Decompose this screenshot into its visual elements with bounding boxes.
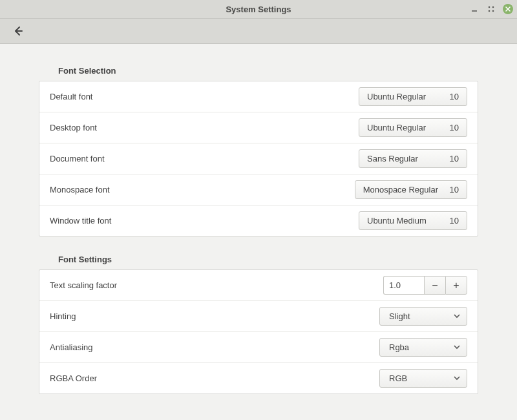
text-scaling-input[interactable] [383,276,424,295]
desktop-font-label: Desktop font [50,123,97,132]
svg-point-3 [489,10,491,12]
text-scaling-decrease[interactable]: − [424,276,445,295]
minus-icon: − [432,280,438,291]
svg-point-1 [489,6,491,8]
chevron-down-icon [454,373,460,383]
desktop-font-name: Ubuntu Regular [367,123,426,132]
window-title: System Settings [226,5,291,14]
monospace-font-button[interactable]: Monospace Regular 10 [355,180,467,199]
rgba-order-label: RGBA Order [50,373,97,383]
back-button[interactable] [9,22,27,40]
chevron-down-icon [454,342,460,352]
windowtitle-font-label: Window title font [50,216,111,226]
monospace-font-row: Monospace font Monospace Regular 10 [39,174,478,205]
text-scaling-stepper: − + [383,276,467,295]
antialiasing-label: Antialiasing [50,342,93,352]
monospace-font-name: Monospace Regular [363,185,438,194]
font-settings-title: Font Settings [58,255,459,264]
hinting-dropdown[interactable]: Slight [379,307,467,326]
default-font-name: Ubuntu Regular [367,92,426,101]
document-font-name: Sans Regular [367,154,418,163]
svg-point-4 [492,10,494,12]
document-font-label: Document font [50,154,105,163]
desktop-font-row: Desktop font Ubuntu Regular 10 [39,112,478,143]
svg-point-2 [492,6,494,8]
rgba-order-dropdown[interactable]: RGB [379,369,467,388]
default-font-size: 10 [447,92,459,101]
text-scaling-increase[interactable]: + [445,276,467,295]
antialiasing-value: Rgba [389,342,409,352]
header-toolbar [0,19,517,44]
close-button[interactable] [503,4,513,14]
maximize-button[interactable] [486,4,496,14]
antialiasing-row: Antialiasing Rgba [39,332,478,363]
text-scaling-label: Text scaling factor [50,280,117,290]
windowtitle-font-row: Window title font Ubuntu Medium 10 [39,205,478,236]
windowtitle-font-button[interactable]: Ubuntu Medium 10 [359,211,467,230]
desktop-font-button[interactable]: Ubuntu Regular 10 [359,118,467,137]
windowtitle-font-size: 10 [447,216,459,226]
window-controls [469,0,513,18]
font-selection-panel: Default font Ubuntu Regular 10 Desktop f… [39,81,478,236]
rgba-order-row: RGBA Order RGB [39,363,478,394]
plus-icon: + [453,280,459,291]
titlebar: System Settings [0,0,517,19]
document-font-size: 10 [447,154,459,163]
default-font-row: Default font Ubuntu Regular 10 [39,81,478,112]
desktop-font-size: 10 [447,123,459,132]
windowtitle-font-name: Ubuntu Medium [367,216,427,226]
default-font-label: Default font [50,92,93,101]
font-settings-panel: Text scaling factor − + Hinting Slight [39,269,478,394]
document-font-button[interactable]: Sans Regular 10 [359,149,467,168]
hinting-row: Hinting Slight [39,301,478,332]
hinting-value: Slight [389,311,410,321]
document-font-row: Document font Sans Regular 10 [39,143,478,174]
settings-content: Font Selection Default font Ubuntu Regul… [0,44,517,414]
text-scaling-row: Text scaling factor − + [39,270,478,301]
hinting-label: Hinting [50,311,76,321]
chevron-down-icon [454,311,460,321]
monospace-font-size: 10 [447,185,459,194]
minimize-button[interactable] [469,4,480,14]
default-font-button[interactable]: Ubuntu Regular 10 [359,87,467,106]
rgba-order-value: RGB [389,373,407,383]
monospace-font-label: Monospace font [50,185,110,194]
font-selection-title: Font Selection [58,66,459,76]
antialiasing-dropdown[interactable]: Rgba [379,338,467,357]
arrow-left-icon [12,25,24,37]
